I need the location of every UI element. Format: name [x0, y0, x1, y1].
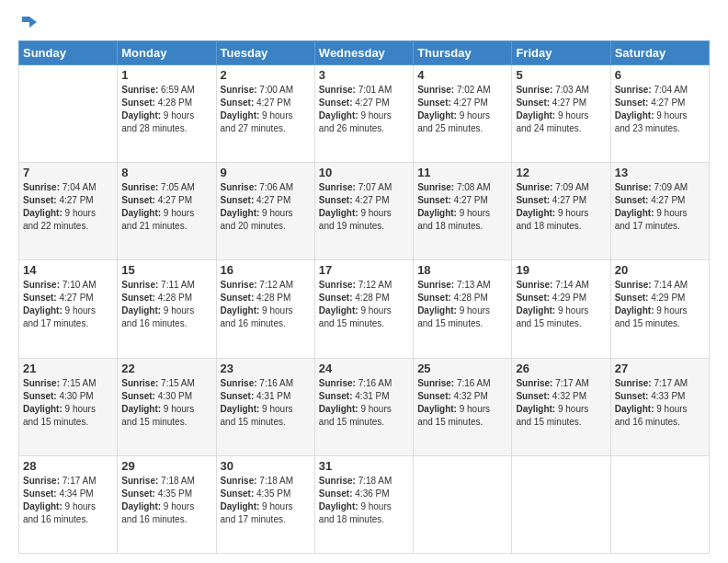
- day-number: 19: [516, 263, 606, 277]
- calendar-cell: 18Sunrise: 7:13 AMSunset: 4:28 PMDayligh…: [414, 260, 512, 358]
- calendar-cell: 17Sunrise: 7:12 AMSunset: 4:28 PMDayligh…: [314, 260, 413, 358]
- calendar-cell: 22Sunrise: 7:15 AMSunset: 4:30 PMDayligh…: [118, 358, 216, 455]
- cell-info: Sunrise: 7:17 AMSunset: 4:34 PMDaylight:…: [23, 475, 113, 526]
- day-number: 13: [615, 166, 705, 179]
- svg-marker-0: [22, 17, 37, 28]
- day-number: 17: [319, 263, 409, 277]
- calendar-cell: 20Sunrise: 7:14 AMSunset: 4:29 PMDayligh…: [610, 260, 709, 358]
- cell-info: Sunrise: 7:01 AMSunset: 4:27 PMDaylight:…: [319, 84, 409, 135]
- day-number: 2: [221, 68, 311, 82]
- day-number: 12: [516, 166, 606, 179]
- calendar-cell: 1Sunrise: 6:59 AMSunset: 4:28 PMDaylight…: [118, 65, 216, 163]
- day-number: 8: [121, 166, 211, 179]
- day-number: 30: [221, 459, 311, 473]
- day-number: 22: [121, 362, 211, 375]
- day-number: 7: [23, 166, 113, 179]
- calendar-cell: [19, 65, 118, 163]
- calendar-cell: 29Sunrise: 7:18 AMSunset: 4:35 PMDayligh…: [118, 455, 216, 553]
- cell-info: Sunrise: 7:00 AMSunset: 4:27 PMDaylight:…: [221, 84, 311, 135]
- calendar-cell: 12Sunrise: 7:09 AMSunset: 4:27 PMDayligh…: [512, 163, 610, 260]
- cell-info: Sunrise: 7:14 AMSunset: 4:29 PMDaylight:…: [516, 279, 606, 330]
- cell-info: Sunrise: 7:17 AMSunset: 4:32 PMDaylight:…: [516, 377, 606, 429]
- cell-info: Sunrise: 7:04 AMSunset: 4:27 PMDaylight:…: [23, 181, 113, 233]
- day-number: 21: [23, 362, 113, 375]
- calendar-cell: 21Sunrise: 7:15 AMSunset: 4:30 PMDayligh…: [19, 358, 118, 455]
- cell-info: Sunrise: 7:12 AMSunset: 4:28 PMDaylight:…: [221, 279, 311, 330]
- cell-info: Sunrise: 7:08 AMSunset: 4:27 PMDaylight:…: [417, 181, 507, 233]
- cell-info: Sunrise: 7:10 AMSunset: 4:27 PMDaylight:…: [23, 279, 113, 330]
- day-number: 23: [221, 362, 311, 375]
- cell-info: Sunrise: 7:11 AMSunset: 4:28 PMDaylight:…: [121, 279, 211, 330]
- day-number: 14: [23, 263, 113, 277]
- calendar-week-row: 1Sunrise: 6:59 AMSunset: 4:28 PMDaylight…: [19, 65, 710, 163]
- calendar-cell: 24Sunrise: 7:16 AMSunset: 4:31 PMDayligh…: [314, 358, 413, 455]
- day-of-week-header: Friday: [512, 41, 610, 65]
- cell-info: Sunrise: 7:17 AMSunset: 4:33 PMDaylight:…: [615, 377, 705, 429]
- cell-info: Sunrise: 7:09 AMSunset: 4:27 PMDaylight:…: [615, 181, 705, 233]
- calendar-week-row: 28Sunrise: 7:17 AMSunset: 4:34 PMDayligh…: [19, 455, 710, 553]
- day-number: 24: [319, 362, 409, 375]
- day-of-week-header: Wednesday: [314, 41, 413, 65]
- page: SundayMondayTuesdayWednesdayThursdayFrid…: [0, 0, 728, 563]
- calendar-week-row: 21Sunrise: 7:15 AMSunset: 4:30 PMDayligh…: [19, 358, 710, 455]
- calendar-cell: 13Sunrise: 7:09 AMSunset: 4:27 PMDayligh…: [610, 163, 709, 260]
- cell-info: Sunrise: 6:59 AMSunset: 4:28 PMDaylight:…: [121, 84, 211, 135]
- calendar-header-row: SundayMondayTuesdayWednesdayThursdayFrid…: [19, 41, 710, 65]
- day-number: 29: [121, 459, 211, 473]
- cell-info: Sunrise: 7:16 AMSunset: 4:31 PMDaylight:…: [221, 377, 311, 429]
- calendar-cell: 25Sunrise: 7:16 AMSunset: 4:32 PMDayligh…: [414, 358, 512, 455]
- calendar-table: SundayMondayTuesdayWednesdayThursdayFrid…: [18, 40, 710, 554]
- cell-info: Sunrise: 7:15 AMSunset: 4:30 PMDaylight:…: [23, 377, 113, 429]
- calendar-cell: 31Sunrise: 7:18 AMSunset: 4:36 PMDayligh…: [314, 455, 413, 553]
- calendar-cell: [414, 455, 512, 553]
- day-of-week-header: Thursday: [414, 41, 512, 65]
- day-of-week-header: Sunday: [19, 41, 118, 65]
- logo-flag-icon: [20, 15, 39, 33]
- calendar-cell: 4Sunrise: 7:02 AMSunset: 4:27 PMDaylight…: [414, 65, 512, 163]
- day-number: 27: [615, 362, 705, 375]
- calendar-cell: 6Sunrise: 7:04 AMSunset: 4:27 PMDaylight…: [610, 65, 709, 163]
- calendar-cell: 30Sunrise: 7:18 AMSunset: 4:35 PMDayligh…: [216, 455, 314, 553]
- cell-info: Sunrise: 7:16 AMSunset: 4:31 PMDaylight:…: [319, 377, 409, 429]
- calendar-cell: 2Sunrise: 7:00 AMSunset: 4:27 PMDaylight…: [216, 65, 314, 163]
- cell-info: Sunrise: 7:03 AMSunset: 4:27 PMDaylight:…: [516, 84, 606, 135]
- calendar-cell: 7Sunrise: 7:04 AMSunset: 4:27 PMDaylight…: [19, 163, 118, 260]
- calendar-cell: 26Sunrise: 7:17 AMSunset: 4:32 PMDayligh…: [512, 358, 610, 455]
- cell-info: Sunrise: 7:14 AMSunset: 4:29 PMDaylight:…: [615, 279, 705, 330]
- calendar-cell: 14Sunrise: 7:10 AMSunset: 4:27 PMDayligh…: [19, 260, 118, 358]
- calendar-cell: 11Sunrise: 7:08 AMSunset: 4:27 PMDayligh…: [414, 163, 512, 260]
- calendar-cell: 16Sunrise: 7:12 AMSunset: 4:28 PMDayligh…: [216, 260, 314, 358]
- day-number: 5: [516, 68, 606, 82]
- calendar-cell: 8Sunrise: 7:05 AMSunset: 4:27 PMDaylight…: [118, 163, 216, 260]
- day-of-week-header: Tuesday: [216, 41, 314, 65]
- cell-info: Sunrise: 7:05 AMSunset: 4:27 PMDaylight:…: [121, 181, 211, 233]
- day-number: 31: [319, 459, 409, 473]
- logo: [18, 15, 39, 33]
- day-number: 10: [319, 166, 409, 179]
- day-number: 9: [221, 166, 311, 179]
- day-of-week-header: Monday: [118, 41, 216, 65]
- calendar-cell: 10Sunrise: 7:07 AMSunset: 4:27 PMDayligh…: [314, 163, 413, 260]
- calendar-week-row: 14Sunrise: 7:10 AMSunset: 4:27 PMDayligh…: [19, 260, 710, 358]
- day-number: 1: [121, 68, 211, 82]
- day-number: 28: [23, 459, 113, 473]
- cell-info: Sunrise: 7:15 AMSunset: 4:30 PMDaylight:…: [121, 377, 211, 429]
- calendar-cell: [512, 455, 610, 553]
- cell-info: Sunrise: 7:06 AMSunset: 4:27 PMDaylight:…: [221, 181, 311, 233]
- calendar-cell: 3Sunrise: 7:01 AMSunset: 4:27 PMDaylight…: [314, 65, 413, 163]
- day-of-week-header: Saturday: [610, 41, 709, 65]
- cell-info: Sunrise: 7:07 AMSunset: 4:27 PMDaylight:…: [319, 181, 409, 233]
- cell-info: Sunrise: 7:18 AMSunset: 4:35 PMDaylight:…: [121, 475, 211, 526]
- day-number: 4: [417, 68, 507, 82]
- cell-info: Sunrise: 7:09 AMSunset: 4:27 PMDaylight:…: [516, 181, 606, 233]
- cell-info: Sunrise: 7:13 AMSunset: 4:28 PMDaylight:…: [417, 279, 507, 330]
- day-number: 6: [615, 68, 705, 82]
- day-number: 16: [221, 263, 311, 277]
- calendar-cell: 9Sunrise: 7:06 AMSunset: 4:27 PMDaylight…: [216, 163, 314, 260]
- day-number: 11: [417, 166, 507, 179]
- calendar-cell: 15Sunrise: 7:11 AMSunset: 4:28 PMDayligh…: [118, 260, 216, 358]
- header: [18, 15, 710, 33]
- cell-info: Sunrise: 7:12 AMSunset: 4:28 PMDaylight:…: [319, 279, 409, 330]
- day-number: 25: [417, 362, 507, 375]
- day-number: 18: [417, 263, 507, 277]
